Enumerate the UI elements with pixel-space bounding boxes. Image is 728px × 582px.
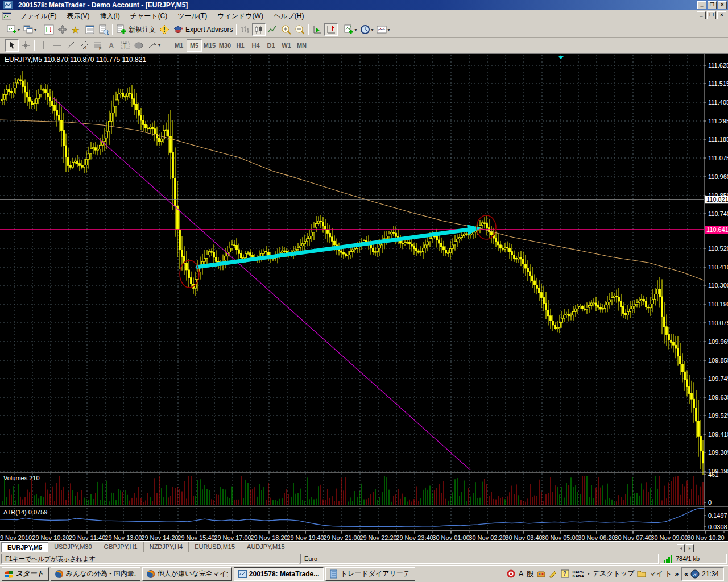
time-label: 29 Nov 17:00 — [214, 534, 251, 541]
timeframe-mn-button[interactable]: MN — [294, 39, 309, 52]
tab-scroll-left-button[interactable]: ◄ — [677, 544, 685, 552]
price-tick-label: 109.525 — [708, 412, 728, 419]
ime-help-icon[interactable]: ? — [560, 569, 569, 579]
menu-item-1[interactable]: 表示(V) — [61, 10, 94, 22]
trendline-tool-button[interactable] — [64, 39, 77, 52]
text-tool-button[interactable]: A — [105, 39, 118, 52]
toolbar-separator — [112, 24, 113, 35]
chart-window[interactable]: 111.625111.515111.405111.295111.185111.0… — [0, 53, 728, 541]
horizontal-line-tool-button[interactable] — [50, 39, 64, 52]
sub-scale-label: 0.1497 — [708, 512, 727, 519]
tab-scroll-right-button[interactable]: ► — [686, 544, 694, 552]
menu-item-6[interactable]: ヘルプ(H) — [268, 10, 309, 22]
alert-button[interactable]: ! — [158, 23, 171, 36]
timeframe-m5-button[interactable]: M5 — [187, 39, 202, 52]
menu-item-0[interactable]: ファイル(F) — [15, 10, 61, 22]
tray-app-icon[interactable] — [507, 569, 516, 579]
chart-tab-eurjpy-m5[interactable]: EURJPY,M5 — [1, 542, 48, 552]
ime-pad-icon[interactable] — [548, 569, 557, 579]
price-tick-label: 110.075 — [708, 319, 728, 326]
zoom-in-button[interactable] — [279, 23, 293, 36]
zoom-out-button[interactable] — [293, 23, 307, 36]
svg-text:!: ! — [163, 26, 166, 33]
candlestick-mode-button[interactable] — [252, 23, 266, 36]
minimize-button[interactable]: _ — [697, 1, 706, 9]
menu-item-5[interactable]: ウィンドウ(W) — [212, 10, 268, 22]
favorites-button[interactable]: ★ — [69, 23, 83, 36]
taskbar-button-2[interactable]: 2001578: MetaTrade... — [234, 567, 324, 581]
menu-item-2[interactable]: 挿入(I) — [94, 10, 125, 22]
timeframe-m30-button[interactable]: M30 — [217, 39, 233, 52]
vertical-line-tool-button[interactable] — [36, 39, 50, 52]
hline-price-label: 110.641 — [706, 226, 728, 233]
cursor-tool-button[interactable] — [5, 39, 19, 52]
ellipse-tool-button[interactable] — [132, 39, 146, 52]
timeframe-h4-button[interactable]: H4 — [248, 39, 263, 52]
my-toolbar-label[interactable]: マイ ト — [649, 569, 672, 579]
desktop-toolbar-label[interactable]: デスクトップ — [593, 569, 635, 579]
timeframe-w1-button[interactable]: W1 — [279, 39, 294, 52]
child-minimize-button[interactable]: _ — [697, 11, 706, 19]
ime-tools-icon[interactable] — [536, 569, 545, 579]
chart-tab-nzdjpy-h4[interactable]: NZDJPY,H4 — [144, 542, 189, 552]
time-label: 29 Nov 14:20 — [141, 534, 178, 541]
ime-menu-chevron-icon[interactable]: ▾ — [588, 571, 590, 576]
toolbar-separator — [308, 24, 309, 35]
templates-button[interactable]: ▾ — [375, 23, 391, 36]
auto-scroll-button[interactable] — [311, 23, 324, 36]
chart-tab-usdjpy-m30[interactable]: USDJPY,M30 — [48, 542, 98, 552]
ime-input-mode[interactable]: A — [519, 569, 524, 578]
price-tick-label: 110.300 — [708, 282, 728, 289]
restore-button[interactable]: ❐ — [708, 1, 717, 9]
child-restore-button[interactable]: ❐ — [707, 11, 716, 19]
start-button[interactable]: スタート — [2, 567, 49, 581]
price-tick-label: 111.515 — [708, 80, 728, 87]
close-button[interactable]: × — [718, 1, 727, 9]
new-order-button[interactable]: 新規注文 — [114, 23, 158, 36]
chart-tab-gbpjpy-h1[interactable]: GBPJPY,H1 — [98, 542, 144, 552]
timeframe-m15-button[interactable]: M15 — [202, 39, 217, 52]
taskbar-button-3[interactable]: トレードダイアリーテンプレー... — [325, 567, 415, 581]
chart-tab-eurusd-m15[interactable]: EURUSD,M15 — [189, 542, 241, 552]
line-chart-mode-button[interactable] — [266, 23, 279, 36]
tick-chart-button[interactable] — [42, 23, 56, 36]
expert-advisors-button[interactable]: Expert Advisors — [171, 23, 234, 36]
price-tick-label: 110.190 — [708, 301, 728, 307]
navigator-button[interactable] — [56, 23, 69, 36]
fibonacci-tool-button[interactable]: F — [91, 39, 105, 52]
chart-tab-audjpy-m15[interactable]: AUDJPY,M15 — [241, 542, 291, 552]
crosshair-tool-button[interactable] — [19, 39, 32, 52]
chart-shift-button[interactable] — [324, 23, 338, 36]
toolbar-overflow-chevron-icon[interactable]: » — [675, 570, 679, 578]
menu-item-4[interactable]: ツール(T) — [172, 10, 212, 22]
indicators-button[interactable]: ▾ — [342, 23, 358, 36]
desktop: 2001578: MetaTrader - Demo Account - [EU… — [0, 0, 728, 582]
atr-label: ATR(14) 0.0759 — [3, 509, 47, 516]
tray-collapse-icon[interactable]: « — [684, 570, 688, 578]
taskbar-button-1[interactable]: 他人が嫌いな完全マイナ... — [142, 567, 232, 581]
price-tick-label: 111.625 — [708, 62, 728, 69]
status-bar: F1キーでヘルプが表示されます Euro 784/1 kb — [0, 552, 728, 565]
channel-tool-button[interactable]: E — [77, 39, 91, 52]
data-window-button[interactable] — [97, 23, 110, 36]
label-tool-button[interactable]: T — [118, 39, 132, 52]
tray-clock-app-icon[interactable]: a — [690, 569, 700, 579]
arrows-tool-button[interactable]: ▾ — [146, 39, 162, 52]
ime-conversion-mode[interactable]: 般 — [526, 569, 533, 579]
timeframe-m1-button[interactable]: M1 — [171, 39, 187, 52]
profiles-button[interactable]: ▾ — [22, 23, 38, 36]
timeframe-d1-button[interactable]: D1 — [263, 39, 279, 52]
child-close-button[interactable]: × — [717, 11, 726, 19]
folder-icon[interactable] — [637, 569, 646, 579]
taskbar-button-0[interactable]: みんなの外為 - 国内最... — [51, 567, 140, 581]
time-label: 30 Nov 06:20 — [578, 534, 615, 541]
market-watch-button[interactable] — [83, 23, 97, 36]
taskbar-clock[interactable]: 21:34 — [702, 570, 719, 578]
new-chart-button[interactable]: ▾ — [5, 23, 22, 36]
periods-button[interactable]: ▾ — [358, 23, 375, 36]
menu-item-3[interactable]: チャート(C) — [125, 10, 173, 22]
price-chart[interactable]: 111.625111.515111.405111.295111.185111.0… — [0, 54, 728, 542]
bar-chart-mode-button[interactable] — [238, 23, 252, 36]
timeframe-h1-button[interactable]: H1 — [233, 39, 248, 52]
status-connection: 784/1 kb — [660, 554, 727, 564]
